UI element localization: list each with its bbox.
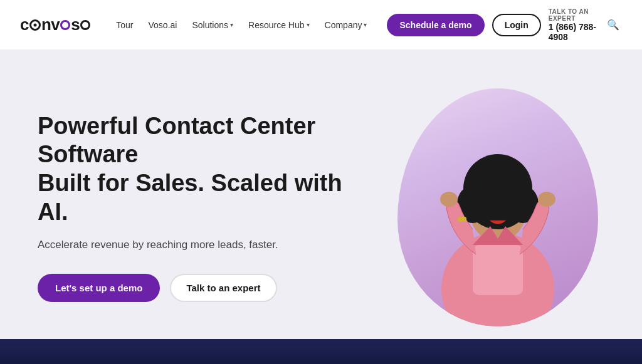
nav-solutions[interactable]: Solutions ▾ <box>192 20 233 30</box>
svg-point-13 <box>538 192 555 207</box>
nav-links: Tour Voso.ai Solutions ▾ Resource Hub ▾ … <box>116 20 367 30</box>
company-chevron-icon: ▾ <box>364 21 367 28</box>
nav-tour[interactable]: Tour <box>116 20 133 30</box>
svg-point-12 <box>440 192 458 207</box>
logo-text: c nvs <box>20 15 91 34</box>
resource-hub-chevron-icon: ▾ <box>307 21 310 28</box>
hero-expert-button[interactable]: Talk to an expert <box>170 274 276 302</box>
hero-title: Powerful Contact Center Software Built f… <box>38 112 364 226</box>
talk-expert-phone: 1 (866) 788-4908 <box>549 22 597 42</box>
nav-company[interactable]: Company ▾ <box>325 20 367 30</box>
nav-resource-hub[interactable]: Resource Hub ▾ <box>248 20 310 30</box>
hero-person-svg <box>404 95 592 326</box>
hero-demo-button[interactable]: Let's set up a demo <box>38 274 160 302</box>
bottom-bar <box>0 339 642 364</box>
search-icon: 🔍 <box>607 19 619 31</box>
login-button[interactable]: Login <box>492 14 541 36</box>
logo[interactable]: c nvs <box>20 15 91 34</box>
hero-content: Powerful Contact Center Software Built f… <box>38 112 364 302</box>
search-button[interactable]: 🔍 <box>604 16 622 33</box>
nav-actions: Schedule a demo Login TALK TO AN EXPERT … <box>387 8 622 42</box>
hero-subtitle: Accelerate revenue by reaching more lead… <box>38 239 364 251</box>
navbar: c nvs Tour Voso.ai Solutions ▾ Resource … <box>0 0 642 50</box>
svg-rect-1 <box>473 245 523 295</box>
hero-image-circle <box>397 88 598 326</box>
solutions-chevron-icon: ▾ <box>230 21 233 28</box>
nav-voso[interactable]: Voso.ai <box>149 20 177 30</box>
hero-image <box>391 82 604 333</box>
hero-section: Powerful Contact Center Software Built f… <box>0 50 642 364</box>
talk-expert-label: TALK TO AN EXPERT <box>549 8 597 22</box>
hero-buttons: Let's set up a demo Talk to an expert <box>38 274 364 302</box>
talk-expert-block: TALK TO AN EXPERT 1 (866) 788-4908 <box>549 8 597 42</box>
schedule-demo-button[interactable]: Schedule a demo <box>387 14 484 36</box>
svg-rect-14 <box>458 217 466 222</box>
